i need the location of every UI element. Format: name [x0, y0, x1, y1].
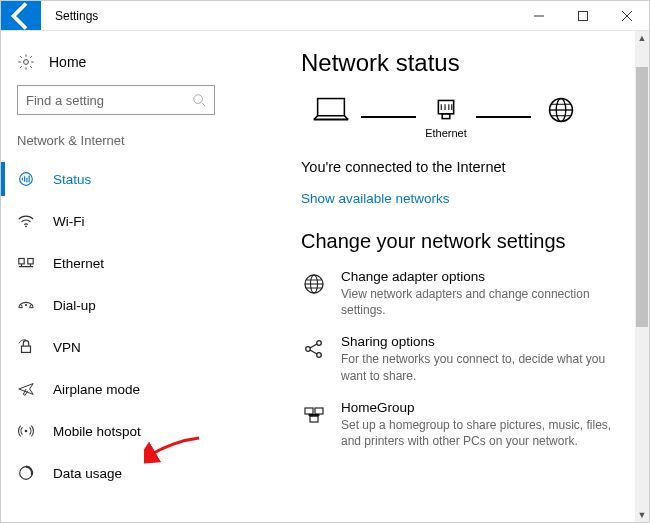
- diagram-device: [301, 95, 361, 139]
- sidebar-item-vpn[interactable]: VPN: [1, 326, 231, 368]
- search-icon: [192, 93, 206, 107]
- nav-label: Data usage: [53, 466, 122, 481]
- sidebar-item-mobile-hotspot[interactable]: Mobile hotspot: [1, 410, 231, 452]
- setting-title: Sharing options: [341, 334, 621, 349]
- svg-point-2: [24, 60, 29, 65]
- svg-point-24: [317, 353, 322, 358]
- status-icon: [17, 170, 35, 188]
- homegroup-icon: [301, 402, 327, 428]
- setting-desc: Set up a homegroup to share pictures, mu…: [341, 417, 621, 449]
- sidebar-item-airplane[interactable]: Airplane mode: [1, 368, 231, 410]
- network-diagram: Ethernet: [301, 95, 629, 139]
- svg-point-3: [194, 95, 203, 104]
- svg-rect-13: [318, 99, 345, 116]
- svg-rect-8: [28, 259, 33, 264]
- svg-rect-27: [310, 416, 318, 422]
- homegroup[interactable]: HomeGroup Set up a homegroup to share pi…: [301, 400, 629, 449]
- minimize-icon: [534, 11, 544, 21]
- ethernet-icon: [17, 254, 35, 272]
- svg-point-5: [20, 173, 33, 186]
- datausage-icon: [17, 464, 35, 482]
- svg-rect-15: [442, 114, 450, 119]
- main-heading: Network status: [301, 49, 629, 77]
- diagram-connector: [361, 116, 416, 118]
- scroll-up-icon[interactable]: ▲: [635, 31, 649, 45]
- scrollbar-thumb[interactable]: [636, 67, 648, 327]
- sidebar-item-data-usage[interactable]: Data usage: [1, 452, 231, 494]
- nav-label: Dial-up: [53, 298, 96, 313]
- hotspot-icon: [17, 422, 35, 440]
- nav-label: Wi-Fi: [53, 214, 84, 229]
- main-content: Network status Ethernet You're connected…: [231, 31, 649, 522]
- setting-desc: View network adapters and change connect…: [341, 286, 621, 318]
- diagram-connector: [476, 116, 531, 118]
- sidebar-item-status[interactable]: Status: [1, 158, 231, 200]
- svg-point-22: [306, 347, 311, 352]
- adapter-options-icon: [301, 271, 327, 297]
- svg-point-9: [25, 304, 27, 306]
- show-available-networks-link[interactable]: Show available networks: [301, 191, 450, 206]
- sidebar-home-label: Home: [49, 54, 86, 70]
- search-placeholder: Find a setting: [26, 93, 184, 108]
- svg-rect-25: [305, 408, 313, 414]
- scrollbar[interactable]: ▲ ▼: [635, 31, 649, 522]
- nav-label: Ethernet: [53, 256, 104, 271]
- sidebar-nav-list: Status Wi-Fi Ethernet Dial-up VPN Airpla…: [1, 158, 231, 494]
- sharing-options[interactable]: Sharing options For the networks you con…: [301, 334, 629, 383]
- back-button[interactable]: [1, 1, 41, 30]
- search-input[interactable]: Find a setting: [17, 85, 215, 115]
- laptop-icon: [310, 95, 352, 125]
- gear-icon: [17, 53, 35, 71]
- svg-rect-26: [315, 408, 323, 414]
- maximize-button[interactable]: [561, 1, 605, 30]
- globe-icon: [540, 95, 582, 125]
- ethernet-port-icon: [425, 95, 467, 125]
- change-adapter-options[interactable]: Change adapter options View network adap…: [301, 269, 629, 318]
- svg-point-11: [25, 430, 28, 433]
- nav-label: Airplane mode: [53, 382, 140, 397]
- diagram-ethernet-label: Ethernet: [425, 127, 467, 139]
- sidebar-group-header: Network & Internet: [1, 129, 231, 158]
- svg-rect-10: [22, 346, 31, 352]
- sidebar-item-dialup[interactable]: Dial-up: [1, 284, 231, 326]
- nav-label: Status: [53, 172, 91, 187]
- wifi-icon: [17, 212, 35, 230]
- window-title: Settings: [41, 1, 112, 30]
- setting-desc: For the networks you connect to, decide …: [341, 351, 621, 383]
- svg-line-4: [202, 103, 206, 107]
- setting-title: HomeGroup: [341, 400, 621, 415]
- close-icon: [622, 11, 632, 21]
- svg-rect-1: [579, 11, 588, 20]
- settings-heading: Change your network settings: [301, 230, 629, 253]
- dialup-icon: [17, 296, 35, 314]
- svg-rect-7: [19, 259, 24, 264]
- nav-label: Mobile hotspot: [53, 424, 141, 439]
- close-button[interactable]: [605, 1, 649, 30]
- sidebar-item-wifi[interactable]: Wi-Fi: [1, 200, 231, 242]
- sidebar: Home Find a setting Network & Internet S…: [1, 31, 231, 522]
- maximize-icon: [578, 11, 588, 21]
- scroll-down-icon[interactable]: ▼: [635, 508, 649, 522]
- title-bar: Settings: [1, 1, 649, 31]
- setting-title: Change adapter options: [341, 269, 621, 284]
- sidebar-item-ethernet[interactable]: Ethernet: [1, 242, 231, 284]
- diagram-internet: [531, 95, 591, 139]
- nav-label: VPN: [53, 340, 81, 355]
- sidebar-home[interactable]: Home: [1, 43, 231, 85]
- svg-point-6: [25, 226, 27, 228]
- sharing-options-icon: [301, 336, 327, 362]
- minimize-button[interactable]: [517, 1, 561, 30]
- diagram-ethernet: Ethernet: [416, 95, 476, 139]
- vpn-icon: [17, 338, 35, 356]
- svg-point-23: [317, 341, 322, 346]
- airplane-icon: [17, 380, 35, 398]
- connection-status: You're connected to the Internet: [301, 159, 629, 175]
